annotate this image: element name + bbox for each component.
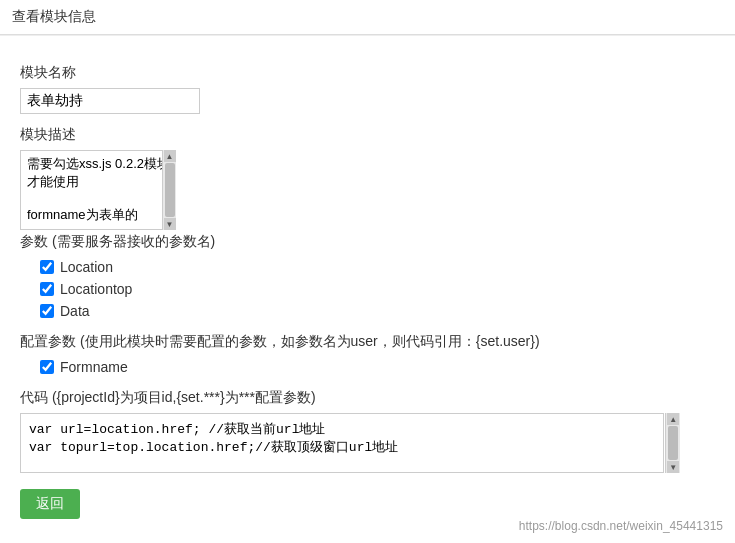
page-container: 查看模块信息 模块名称 模块描述 需要勾选xss.js 0.2.2模块才能使用 … xyxy=(0,0,735,543)
module-desc-textarea[interactable]: 需要勾选xss.js 0.2.2模块才能使用 formname为表单的 xyxy=(20,150,176,230)
code-scrollbar-up[interactable]: ▲ xyxy=(667,413,679,425)
param-item-locationtop: Locationtop xyxy=(40,281,715,297)
config-section: 配置参数 (使用此模块时需要配置的参数，如参数名为user，则代码引用：{set… xyxy=(20,333,715,375)
param-checkbox-locationtop[interactable] xyxy=(40,282,54,296)
param-label-locationtop: Locationtop xyxy=(60,281,132,297)
params-section: 参数 (需要服务器接收的参数名) Location Locationtop Da… xyxy=(20,233,715,319)
param-list: Location Locationtop Data xyxy=(20,259,715,319)
param-item-location: Location xyxy=(40,259,715,275)
param-item-data: Data xyxy=(40,303,715,319)
param-label-location: Location xyxy=(60,259,113,275)
module-desc-container: 需要勾选xss.js 0.2.2模块才能使用 formname为表单的 ▲ ▼ xyxy=(20,150,176,230)
code-textarea[interactable]: var url=location.href; //获取当前url地址 var t… xyxy=(20,413,664,473)
code-title: 代码 ({projectId}为项目id,{set.***}为***配置参数) xyxy=(20,389,715,407)
desc-scrollbar-up[interactable]: ▲ xyxy=(164,150,176,162)
config-title: 配置参数 (使用此模块时需要配置的参数，如参数名为user，则代码引用：{set… xyxy=(20,333,715,351)
module-name-label: 模块名称 xyxy=(20,64,715,82)
header-bar: 查看模块信息 xyxy=(0,0,735,35)
param-checkbox-data[interactable] xyxy=(40,304,54,318)
desc-scrollbar[interactable]: ▲ ▼ xyxy=(162,150,176,230)
code-scrollbar[interactable]: ▲ ▼ xyxy=(665,413,680,473)
header-divider xyxy=(0,35,735,36)
return-button[interactable]: 返回 xyxy=(20,489,80,519)
config-label-formname: Formname xyxy=(60,359,128,375)
param-label-data: Data xyxy=(60,303,90,319)
params-title: 参数 (需要服务器接收的参数名) xyxy=(20,233,715,251)
module-desc-label: 模块描述 xyxy=(20,126,715,144)
config-checkbox-formname[interactable] xyxy=(40,360,54,374)
param-checkbox-location[interactable] xyxy=(40,260,54,274)
footer-link: https://blog.csdn.net/weixin_45441315 xyxy=(519,519,723,533)
content-area: 模块名称 模块描述 需要勾选xss.js 0.2.2模块才能使用 formnam… xyxy=(0,48,735,539)
config-list: Formname xyxy=(20,359,715,375)
code-scrollbar-down[interactable]: ▼ xyxy=(667,461,679,473)
code-scrollbar-thumb[interactable] xyxy=(668,426,678,460)
config-item-formname: Formname xyxy=(40,359,715,375)
page-title: 查看模块信息 xyxy=(12,8,96,26)
code-textarea-wrapper: var url=location.href; //获取当前url地址 var t… xyxy=(20,413,680,473)
module-name-input[interactable] xyxy=(20,88,200,114)
code-section: 代码 ({projectId}为项目id,{set.***}为***配置参数) … xyxy=(20,389,715,473)
desc-scrollbar-thumb[interactable] xyxy=(165,163,175,217)
desc-scrollbar-down[interactable]: ▼ xyxy=(164,218,176,230)
